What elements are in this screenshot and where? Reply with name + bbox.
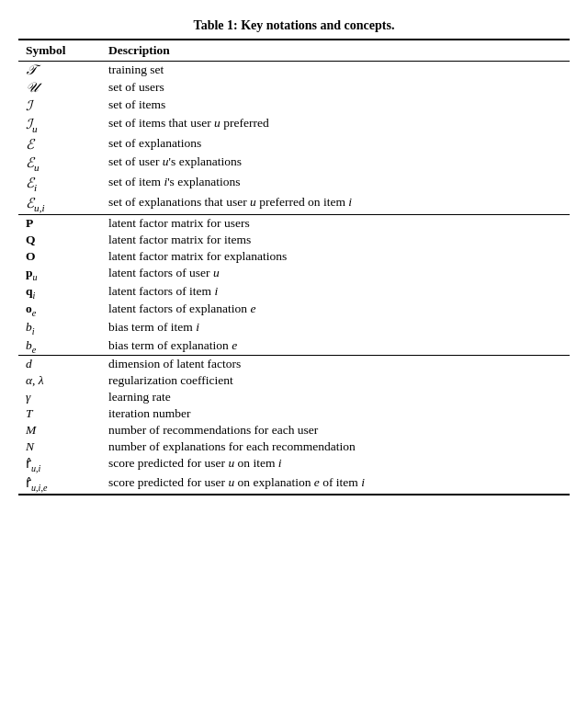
description-cell: latent factors of user u <box>101 265 570 283</box>
description-cell: latent factor matrix for explanations <box>101 248 570 265</box>
symbol-cell: α, λ <box>18 372 101 389</box>
notation-table: Symbol Description 𝒯training set𝒰set of … <box>18 39 570 495</box>
symbol-cell: d <box>18 356 101 373</box>
table-row: pulatent factors of user u <box>18 265 570 283</box>
symbol-cell: P <box>18 215 101 233</box>
table-row: Olatent factor matrix for explanations <box>18 248 570 265</box>
description-cell: learning rate <box>101 389 570 405</box>
description-cell: set of user u's explanations <box>101 154 570 174</box>
description-cell: dimension of latent factors <box>101 356 570 373</box>
symbol-cell: be <box>18 337 101 356</box>
description-cell: training set <box>101 62 570 80</box>
table-body: 𝒯training set𝒰set of usersℐset of itemsℐ… <box>18 62 570 495</box>
description-cell: number of recommendations for each user <box>101 422 570 438</box>
table-row: ℰu,iset of explanations that user u pref… <box>18 194 570 215</box>
table-row: r̂u,iscore predicted for user u on item … <box>18 455 570 474</box>
table-row: bibias term of item i <box>18 319 570 337</box>
symbol-cell: 𝒰 <box>18 79 101 97</box>
symbol-cell: ℐu <box>18 115 101 135</box>
description-cell: number of explanations for each recommen… <box>101 438 570 455</box>
table-row: Titeration number <box>18 405 570 422</box>
description-cell: set of explanations <box>101 135 570 154</box>
table-row: 𝒯training set <box>18 62 570 80</box>
table-row: ddimension of latent factors <box>18 356 570 373</box>
symbol-cell: r̂u,i,e <box>18 474 101 495</box>
description-cell: latent factor matrix for items <box>101 232 570 248</box>
symbol-cell: ℐ <box>18 97 101 115</box>
symbol-cell: oe <box>18 301 101 319</box>
symbol-cell: 𝒯 <box>18 62 101 80</box>
symbol-cell: bi <box>18 319 101 337</box>
table-row: qilatent factors of item i <box>18 283 570 302</box>
description-cell: score predicted for user u on explanatio… <box>101 474 570 495</box>
table-row: ℐset of items <box>18 97 570 115</box>
symbol-cell: pu <box>18 265 101 283</box>
description-cell: latent factor matrix for users <box>101 215 570 233</box>
symbol-cell: r̂u,i <box>18 455 101 474</box>
table-container: Table 1: Key notations and concepts. Sym… <box>18 18 570 495</box>
description-cell: set of explanations that user u preferre… <box>101 194 570 215</box>
table-row: ℐuset of items that user u preferred <box>18 115 570 135</box>
table-row: ℰuset of user u's explanations <box>18 154 570 174</box>
table-row: Mnumber of recommendations for each user <box>18 422 570 438</box>
symbol-cell: qi <box>18 283 101 302</box>
table-row: ℰset of explanations <box>18 135 570 154</box>
description-cell: latent factors of item i <box>101 283 570 302</box>
symbol-cell: ℰ <box>18 135 101 154</box>
table-row: oelatent factors of explanation e <box>18 301 570 319</box>
description-cell: bias term of explanation e <box>101 337 570 356</box>
description-cell: bias term of item i <box>101 319 570 337</box>
table-row: α, λregularization coefficient <box>18 372 570 389</box>
symbol-cell: ℰu <box>18 154 101 174</box>
table-row: ℰiset of item i's explanations <box>18 174 570 194</box>
symbol-cell: γ <box>18 389 101 405</box>
table-row: Platent factor matrix for users <box>18 215 570 233</box>
description-cell: set of items <box>101 97 570 115</box>
description-cell: iteration number <box>101 405 570 422</box>
description-cell: set of users <box>101 79 570 97</box>
description-header: Description <box>101 40 570 62</box>
table-row: r̂u,i,escore predicted for user u on exp… <box>18 474 570 495</box>
table-title: Table 1: Key notations and concepts. <box>18 18 570 33</box>
symbol-cell: O <box>18 248 101 265</box>
symbol-cell: T <box>18 405 101 422</box>
table-row: Nnumber of explanations for each recomme… <box>18 438 570 455</box>
description-cell: set of items that user u preferred <box>101 115 570 135</box>
symbol-cell: M <box>18 422 101 438</box>
table-row: γlearning rate <box>18 389 570 405</box>
description-cell: score predicted for user u on item i <box>101 455 570 474</box>
symbol-header: Symbol <box>18 40 101 62</box>
symbol-cell: Q <box>18 232 101 248</box>
symbol-cell: ℰi <box>18 174 101 194</box>
symbol-cell: N <box>18 438 101 455</box>
description-cell: set of item i's explanations <box>101 174 570 194</box>
table-row: bebias term of explanation e <box>18 337 570 356</box>
description-cell: latent factors of explanation e <box>101 301 570 319</box>
table-header-row: Symbol Description <box>18 40 570 62</box>
symbol-cell: ℰu,i <box>18 194 101 215</box>
description-cell: regularization coefficient <box>101 372 570 389</box>
table-row: 𝒰set of users <box>18 79 570 97</box>
table-row: Qlatent factor matrix for items <box>18 232 570 248</box>
